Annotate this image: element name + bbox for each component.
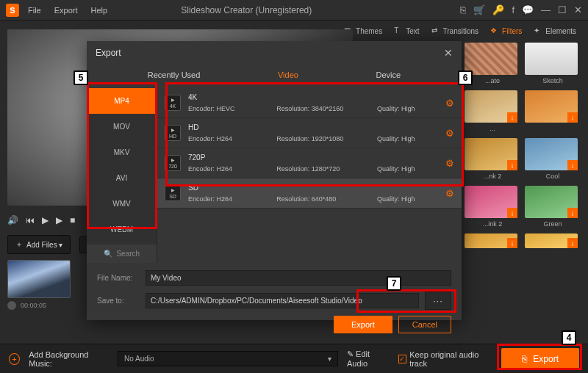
clip-thumbnail (7, 260, 71, 298)
dialog-cancel-button[interactable]: Cancel (398, 316, 451, 333)
filename-label: File Name: (97, 274, 140, 282)
profile-sd[interactable]: SD SDEncoder: H264Resolution: 640*480Qua… (157, 178, 462, 209)
dialog-tab-device[interactable]: Device (370, 68, 407, 84)
dialog-tab-recent[interactable]: Recently Used (142, 68, 207, 84)
effect-icon[interactable] (7, 301, 16, 310)
profile-4k[interactable]: 4K 4KEncoder: HEVCResolution: 3840*2160Q… (157, 88, 462, 118)
gear-icon[interactable]: ⚙ (445, 98, 454, 109)
export-dialog: Export ✕ Recently Used Video Device MP4 … (87, 41, 462, 320)
sound-icon[interactable]: 🔊 (7, 215, 18, 225)
download-icon[interactable]: ↓ (567, 208, 578, 218)
facebook-icon[interactable]: f (512, 4, 514, 15)
filter-item[interactable]: Sketch (525, 43, 581, 84)
add-files-button[interactable]: ＋Add Files ▾ (7, 235, 71, 254)
tab-filters[interactable]: ❖Filters (486, 23, 526, 38)
right-panel-tabs: ▦Themes TText ⇄Transitions ❖Filters ✦Ele… (340, 23, 581, 38)
filename-input[interactable] (146, 270, 451, 286)
stop-icon[interactable]: ■ (70, 215, 75, 225)
minimize-icon[interactable]: — (541, 4, 551, 15)
callout-number-4: 4 (562, 330, 576, 345)
keep-audio-checkbox[interactable]: ✓Keep original audio track (398, 350, 493, 368)
format-search[interactable]: 🔍 Search (87, 245, 157, 263)
gear-icon[interactable]: ⚙ (445, 158, 454, 169)
menu-export[interactable]: Export (54, 6, 78, 15)
filter-item[interactable]: ↓ (465, 233, 520, 248)
filter-item[interactable]: ↓ (525, 233, 581, 248)
format-mov[interactable]: MOV (87, 114, 157, 140)
profile-icon: SD (165, 185, 181, 201)
callout-number-6: 6 (458, 70, 473, 85)
export-button-main[interactable]: ⎘Export (501, 348, 579, 370)
download-icon[interactable]: ↓ (507, 160, 517, 170)
filter-item[interactable]: ↓Cool (525, 138, 581, 180)
menu-file[interactable]: File (28, 6, 41, 15)
menubar: S File Export Help Slideshow Creator (Un… (0, 0, 588, 21)
app-logo: S (6, 4, 19, 17)
format-list: MP4 MOV MKV AVI WMV WEBM 🔍 Search (87, 88, 157, 263)
download-icon[interactable]: ↓ (507, 238, 517, 248)
format-mkv[interactable]: MKV (87, 140, 157, 165)
close-icon[interactable]: ✕ (574, 4, 582, 15)
download-icon[interactable]: ↓ (507, 208, 517, 218)
profile-hd[interactable]: HD HDEncoder: H264Resolution: 1920*1080Q… (157, 118, 462, 148)
tab-elements[interactable]: ✦Elements (529, 23, 581, 38)
callout-number-7: 7 (387, 276, 401, 291)
format-mp4[interactable]: MP4 (87, 88, 157, 114)
play-icon[interactable]: ▶ (42, 215, 49, 225)
format-avi[interactable]: AVI (87, 165, 157, 191)
bg-music-label: Add Background Music: (29, 350, 109, 368)
filter-item[interactable]: ↓ (525, 90, 581, 132)
bottom-bar: + Add Background Music: No Audio▾ ✎ Edit… (0, 344, 588, 373)
clip-time: 00:00:05 (21, 302, 46, 309)
tab-text[interactable]: TText (390, 23, 423, 38)
filter-item[interactable]: ...ate (465, 43, 520, 84)
export-icon: ⎘ (522, 354, 527, 364)
key-icon[interactable]: 🔑 (492, 4, 504, 15)
download-icon[interactable]: ↓ (507, 112, 517, 123)
download-icon[interactable]: ↓ (567, 112, 578, 123)
dialog-title: Export (96, 48, 121, 58)
format-webm[interactable]: WEBM (87, 217, 157, 242)
tab-transitions[interactable]: ⇄Transitions (427, 23, 484, 38)
dialog-tab-video[interactable]: Video (272, 68, 304, 84)
filters-panel: ...ate Sketch ↓... ↓ ↓...nk 2 ↓Cool ↓...… (465, 43, 581, 248)
browse-button[interactable]: ··· (425, 291, 451, 310)
dialog-close-icon[interactable]: ✕ (444, 47, 453, 59)
feedback-icon[interactable]: 💬 (522, 4, 534, 15)
profile-icon: 4K (165, 95, 181, 111)
window-controls: ⎘ 🛒 🔑 f 💬 — ☐ ✕ (460, 4, 582, 15)
dialog-export-button[interactable]: Export (334, 316, 392, 333)
filter-item[interactable]: ↓...ink 2 (465, 186, 520, 228)
gear-icon[interactable]: ⚙ (445, 188, 454, 199)
profile-720p[interactable]: 720 720PEncoder: H264Resolution: 1280*72… (157, 148, 462, 178)
filter-item[interactable]: ↓...nk 2 (465, 138, 520, 180)
filter-item[interactable]: ↓... (465, 90, 520, 132)
next-icon[interactable]: ▶ (56, 215, 62, 225)
prev-icon[interactable]: ⏮ (26, 215, 35, 225)
edit-audio-button[interactable]: ✎ Edit Audio (347, 350, 390, 368)
profile-list: 4K 4KEncoder: HEVCResolution: 3840*2160Q… (157, 88, 462, 263)
window-title: Slideshow Creator (Unregistered) (121, 5, 460, 15)
chevron-down-icon: ▾ (328, 355, 331, 363)
profile-icon: HD (165, 125, 181, 141)
dialog-footer: File Name: Save to: ··· Export Cancel (87, 263, 462, 339)
maximize-icon[interactable]: ☐ (558, 4, 567, 15)
profile-icon: 720 (165, 155, 181, 171)
saveto-input[interactable] (146, 293, 419, 308)
format-wmv[interactable]: WMV (87, 191, 157, 217)
download-icon[interactable]: ↓ (567, 238, 578, 248)
filter-item[interactable]: ↓Green (525, 186, 581, 228)
menu-help[interactable]: Help (91, 6, 108, 15)
download-icon[interactable]: ↓ (567, 160, 578, 170)
audio-select[interactable]: No Audio▾ (118, 351, 338, 366)
cart-icon[interactable]: 🛒 (473, 4, 485, 15)
gear-icon[interactable]: ⚙ (445, 128, 454, 139)
add-music-icon[interactable]: + (9, 353, 20, 365)
timeline-clip[interactable]: 00:00:05 (7, 260, 71, 310)
callout-number-5: 5 (74, 70, 88, 85)
saveto-label: Save to: (97, 297, 140, 305)
register-icon[interactable]: ⎘ (460, 4, 466, 15)
